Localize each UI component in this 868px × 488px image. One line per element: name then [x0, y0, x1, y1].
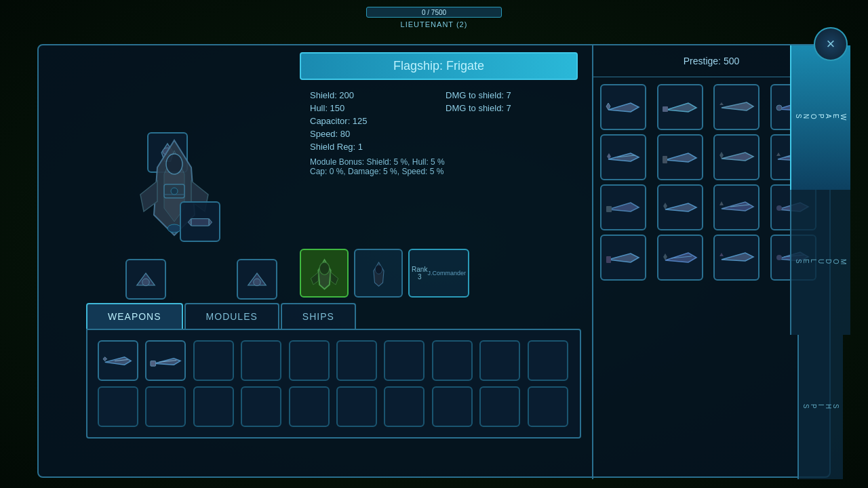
- stat-dmg-shield-1: DMG to shield: 7: [446, 90, 568, 100]
- vtab-modules[interactable]: MODULES: [790, 190, 850, 334]
- right-weapon-icon-1: [661, 93, 698, 121]
- svg-marker-31: [606, 103, 610, 110]
- tab-weapons[interactable]: WEAPONS: [86, 303, 183, 329]
- stat-hull: Hull: 150: [310, 103, 432, 113]
- rank-text: LIEUTENANT (2): [401, 20, 468, 28]
- inv-slot-7[interactable]: [432, 340, 473, 381]
- svg-marker-63: [719, 253, 724, 256]
- svg-marker-48: [608, 203, 639, 211]
- svg-point-23: [375, 264, 382, 274]
- svg-marker-35: [719, 102, 724, 105]
- inv-slot-17[interactable]: [432, 386, 473, 427]
- commander-area: Rank 3 J.Commander: [300, 249, 469, 298]
- svg-rect-11: [191, 219, 209, 226]
- inv-slot-5[interactable]: [336, 340, 377, 381]
- svg-marker-51: [663, 203, 667, 209]
- inv-slot-16[interactable]: [384, 386, 425, 427]
- inv-slot-8[interactable]: [479, 340, 520, 381]
- inv-slot-2[interactable]: [193, 340, 234, 381]
- inv-slot-6[interactable]: [384, 340, 425, 381]
- svg-marker-57: [608, 253, 639, 262]
- inv-slot-1[interactable]: [145, 340, 186, 381]
- inv-slot-4[interactable]: [289, 340, 330, 381]
- svg-marker-60: [663, 253, 667, 260]
- inv-slot-15[interactable]: [336, 386, 377, 427]
- ship-stats: Shield: 200 DMG to shield: 7 Hull: 150 D…: [300, 90, 578, 152]
- commander-ship-icon-1: [363, 258, 394, 289]
- svg-point-65: [776, 255, 782, 260]
- right-weapon-icon-12: [605, 243, 642, 272]
- right-weapon-icon-14: [718, 243, 755, 272]
- commander-slot-2[interactable]: Rank 3 J.Commander: [408, 249, 469, 298]
- svg-rect-49: [606, 206, 612, 212]
- svg-point-19: [319, 262, 330, 274]
- svg-marker-20: [311, 272, 318, 284]
- svg-point-17: [254, 279, 261, 286]
- weapon-icon-0: [102, 348, 134, 373]
- right-slot-14[interactable]: [713, 235, 760, 281]
- svg-marker-34: [722, 102, 753, 110]
- commander-slot-1[interactable]: [354, 249, 403, 298]
- right-slot-5[interactable]: [657, 134, 703, 180]
- svg-rect-28: [151, 361, 156, 366]
- right-weapon-icon-2: [718, 93, 755, 121]
- right-slot-0[interactable]: [600, 84, 646, 130]
- commander-ship-icon-0: [306, 255, 343, 292]
- right-weapon-icon-4: [605, 143, 642, 171]
- inv-slot-13[interactable]: [241, 386, 281, 427]
- tabs-area: WEAPONS MODULES SHIPS: [86, 303, 581, 439]
- svg-marker-44: [719, 152, 724, 159]
- ship-slot-mid[interactable]: [180, 201, 220, 242]
- tab-modules[interactable]: MODULES: [184, 303, 279, 329]
- stat-shield: Shield: 200: [310, 90, 432, 100]
- inv-slot-11[interactable]: [145, 386, 186, 427]
- stat-shield-reg: Shield Reg: 1: [310, 142, 432, 152]
- inv-slot-19[interactable]: [528, 386, 568, 427]
- commander-rank: Rank 3: [412, 266, 427, 281]
- commander-slot-0[interactable]: [300, 249, 349, 298]
- stat-dmg-shield-2: DMG to shield: 7: [446, 103, 568, 113]
- inv-slot-18[interactable]: [479, 386, 520, 427]
- right-slot-4[interactable]: [600, 134, 646, 180]
- svg-marker-46: [776, 152, 781, 156]
- weapon-icon-1: [149, 348, 182, 373]
- svg-marker-12: [188, 219, 191, 226]
- inv-slot-3[interactable]: [241, 340, 281, 381]
- right-slot-10[interactable]: [713, 184, 760, 230]
- svg-marker-30: [608, 103, 639, 112]
- close-button[interactable]: ×: [814, 27, 848, 61]
- svg-marker-13: [209, 219, 212, 226]
- right-slot-13[interactable]: [657, 235, 703, 281]
- right-weapon-icon-10: [718, 193, 755, 222]
- inventory-grid: [86, 329, 581, 439]
- inv-slot-12[interactable]: [193, 386, 234, 427]
- right-slot-12[interactable]: [600, 235, 646, 281]
- vtab-weapons[interactable]: WEAPONS: [790, 45, 850, 190]
- right-slot-2[interactable]: [713, 84, 760, 130]
- right-slot-6[interactable]: [713, 134, 760, 180]
- right-slot-9[interactable]: [657, 184, 703, 230]
- right-weapon-icon-9: [661, 193, 698, 222]
- stat-capacitor: Capacitor: 125: [310, 116, 432, 126]
- svg-point-37: [776, 105, 782, 110]
- ship-slot-bot-right[interactable]: [237, 259, 277, 300]
- svg-marker-52: [722, 202, 753, 211]
- right-slot-1[interactable]: [657, 84, 703, 130]
- tab-ships[interactable]: SHIPS: [281, 303, 356, 329]
- vtab-ships[interactable]: SHIPS: [797, 335, 843, 479]
- ship-body: [120, 127, 229, 262]
- inv-slot-10[interactable]: [98, 386, 138, 427]
- right-slot-8[interactable]: [600, 184, 646, 230]
- svg-marker-32: [667, 103, 696, 112]
- svg-marker-38: [608, 153, 639, 161]
- ship-slot-bot-left[interactable]: [125, 259, 166, 300]
- inv-slot-0[interactable]: [98, 340, 138, 381]
- svg-marker-25: [103, 357, 107, 361]
- inv-slot-14[interactable]: [289, 386, 330, 427]
- svg-marker-41: [665, 153, 696, 162]
- svg-rect-58: [606, 256, 611, 263]
- inv-slot-9[interactable]: [528, 340, 568, 381]
- xp-bar-container: 0 / 7500: [366, 7, 502, 18]
- tabs-header: WEAPONS MODULES SHIPS: [86, 303, 581, 329]
- svg-marker-50: [665, 203, 696, 211]
